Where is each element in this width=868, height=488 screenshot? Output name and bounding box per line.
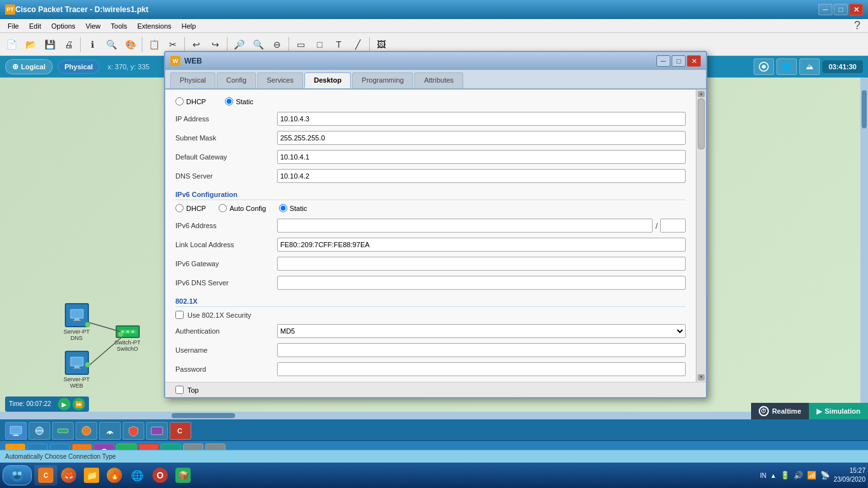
- switch-device[interactable]: Switch-PTSwitchO: [114, 325, 140, 352]
- top-label[interactable]: Top: [187, 386, 199, 394]
- svg-point-6: [121, 330, 124, 333]
- server-dns-device[interactable]: Server-PTDNS: [64, 303, 90, 341]
- ipv6-static-label[interactable]: Static: [279, 204, 308, 212]
- taskbar-cisco-btn[interactable]: C: [34, 465, 57, 485]
- routers-btn[interactable]: [76, 422, 97, 440]
- ipv6-dhcp-label[interactable]: DHCP: [175, 204, 206, 212]
- taskbar-firefox2-btn[interactable]: 🔥: [103, 465, 126, 485]
- info-button[interactable]: ℹ: [83, 36, 101, 53]
- help-icon[interactable]: ?: [849, 19, 865, 32]
- switches-btn[interactable]: [52, 422, 74, 440]
- dhcp-radio[interactable]: [175, 97, 184, 105]
- network-devices-btn[interactable]: [5, 422, 27, 440]
- new-button[interactable]: 📄: [3, 36, 20, 53]
- inspect-button[interactable]: 🔍: [102, 36, 120, 53]
- ipv6-address-input[interactable]: [277, 219, 653, 233]
- static-radio[interactable]: [225, 97, 233, 105]
- fast-forward-icon[interactable]: ⏩: [72, 398, 85, 410]
- hubs-btn[interactable]: [29, 422, 50, 440]
- tab-programming[interactable]: Programming: [352, 72, 413, 88]
- simulation-button[interactable]: ▶ Simulation: [809, 403, 868, 419]
- dialog-maximize-btn[interactable]: □: [672, 55, 686, 67]
- minimize-button[interactable]: ─: [818, 4, 832, 15]
- dot1x-section-header: 802.1X: [175, 297, 686, 307]
- ipv6-dhcp-radio[interactable]: [175, 204, 184, 212]
- app-window: PT Cisco Packet Tracer - D:\wireles1.pkt…: [0, 0, 868, 19]
- h-scrollbar[interactable]: [0, 412, 868, 419]
- taskbar-opera-btn[interactable]: O: [149, 465, 172, 485]
- subnet-mask-input[interactable]: [277, 131, 686, 145]
- logical-mode-button[interactable]: ⊕ Logical: [5, 59, 53, 74]
- server-web-device[interactable]: Server-PTWEB: [64, 351, 90, 389]
- menu-bar: File Edit Options View Tools Extensions …: [0, 19, 868, 33]
- security-btn[interactable]: [123, 422, 144, 440]
- ipv6-autoconfig-label[interactable]: Auto Config: [219, 204, 266, 212]
- ipv6-autoconfig-radio[interactable]: [219, 204, 227, 212]
- taskbar-chrome-btn[interactable]: 🌐: [126, 465, 149, 485]
- ipv6-gateway-input[interactable]: [277, 257, 686, 271]
- maximize-button[interactable]: □: [834, 4, 848, 15]
- auth-select[interactable]: MD5: [277, 324, 686, 338]
- scroll-thumb[interactable]: [698, 98, 705, 149]
- dhcp-radio-label[interactable]: DHCP: [175, 97, 206, 105]
- title-bar: PT Cisco Packet Tracer - D:\wireles1.pkt…: [0, 0, 868, 19]
- password-input[interactable]: [277, 362, 686, 376]
- tab-config[interactable]: Config: [217, 72, 256, 88]
- open-button[interactable]: 📂: [22, 36, 39, 53]
- top-checkbox[interactable]: [175, 386, 184, 394]
- taskbar: C 🦊 📁 🔥 🌐 O 📦 IN ▲ 🔋 🔊 📶 📡 15:27 23/09/2…: [0, 463, 868, 488]
- link-local-input[interactable]: [277, 238, 686, 252]
- tab-services[interactable]: Services: [257, 72, 303, 88]
- dialog-minimize-btn[interactable]: ─: [656, 55, 670, 67]
- ipv6-static-radio[interactable]: [279, 204, 287, 212]
- ipv6-dns-label: IPv6 DNS Server: [175, 279, 277, 287]
- print-button[interactable]: 🖨: [60, 36, 78, 53]
- ipv6-prefix-input[interactable]: [660, 219, 686, 233]
- nav-icon-3[interactable]: ⛰: [799, 58, 820, 75]
- nav-icon-1[interactable]: [754, 58, 774, 75]
- custom-btn[interactable]: C: [170, 422, 191, 440]
- taskbar-folder-btn[interactable]: 📁: [80, 465, 103, 485]
- subnet-mask-row: Subnet Mask: [175, 131, 686, 145]
- nav-icon-2[interactable]: 🌐: [776, 58, 797, 75]
- menu-edit[interactable]: Edit: [24, 21, 46, 31]
- menu-file[interactable]: File: [3, 21, 24, 31]
- ip-address-input[interactable]: [277, 112, 686, 126]
- palette-button[interactable]: 🎨: [121, 36, 139, 53]
- svg-rect-10: [74, 366, 79, 368]
- menu-tools[interactable]: Tools: [105, 21, 132, 31]
- tab-physical[interactable]: Physical: [170, 72, 215, 88]
- copy-button[interactable]: 📋: [145, 36, 163, 53]
- default-gateway-input[interactable]: [277, 150, 686, 164]
- dns-server-input[interactable]: [277, 169, 686, 183]
- start-button[interactable]: [3, 465, 32, 485]
- tab-desktop[interactable]: Desktop: [304, 72, 351, 88]
- menu-options[interactable]: Options: [46, 21, 81, 31]
- physical-mode-button[interactable]: Physical: [58, 60, 100, 74]
- dialog-scrollbar[interactable]: ▲ ▼: [696, 90, 706, 382]
- svg-rect-4: [73, 320, 81, 321]
- systray-icon-2: 🔊: [794, 471, 803, 480]
- taskbar-firefox-btn[interactable]: 🦊: [57, 465, 80, 485]
- dialog-close-btn[interactable]: ✕: [687, 55, 701, 67]
- use-security-checkbox[interactable]: [175, 311, 184, 319]
- static-radio-label[interactable]: Static: [225, 97, 254, 105]
- use-security-label[interactable]: Use 802.1X Security: [187, 311, 251, 319]
- menu-extensions[interactable]: Extensions: [132, 21, 177, 31]
- ipv6-dns-input[interactable]: [277, 276, 686, 290]
- save-button[interactable]: 💾: [41, 36, 58, 53]
- play-icon[interactable]: ▶: [58, 398, 71, 410]
- username-label: Username: [175, 346, 277, 354]
- wireless-btn[interactable]: [99, 422, 121, 440]
- close-button[interactable]: ✕: [849, 4, 863, 15]
- taskbar-app-btn[interactable]: 📦: [172, 465, 194, 485]
- realtime-button[interactable]: ⏱ Realtime: [751, 403, 809, 419]
- tab-attributes[interactable]: Attributes: [414, 72, 463, 88]
- ipv6-gateway-label: IPv6 Gateway: [175, 260, 277, 268]
- menu-help[interactable]: Help: [177, 21, 201, 31]
- systray-arrow[interactable]: ▲: [770, 472, 776, 479]
- wan-btn[interactable]: [146, 422, 168, 440]
- menu-view[interactable]: View: [81, 21, 106, 31]
- username-input[interactable]: [277, 343, 686, 357]
- v-scrollbar[interactable]: [860, 78, 868, 412]
